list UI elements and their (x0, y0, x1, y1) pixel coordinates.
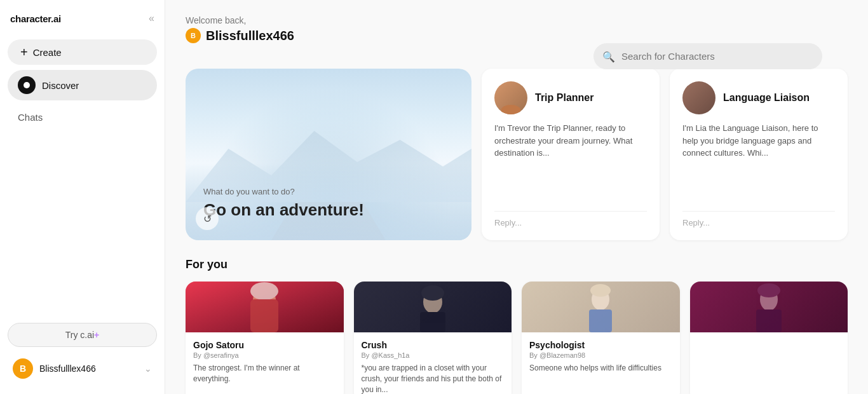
sidebar: character.ai « + Create Discover Chats T… (0, 0, 165, 394)
trip-planner-name: Trip Planner (535, 92, 593, 104)
chats-link[interactable]: Chats (8, 105, 157, 129)
svg-point-7 (590, 284, 611, 297)
sidebar-header: character.ai « (8, 10, 157, 27)
search-bar: 🔍 (593, 43, 822, 69)
svg-rect-2 (250, 299, 278, 332)
welcome-header: Welcome back, B Blissfulllex466 (186, 15, 294, 43)
chevron-down-icon[interactable]: ⌄ (144, 363, 152, 374)
plus-icon: + (20, 46, 28, 58)
create-button[interactable]: + Create (8, 39, 157, 65)
gojo-by: By @serafinya (193, 351, 336, 359)
search-input[interactable] (593, 43, 822, 69)
svg-rect-11 (756, 309, 782, 332)
language-liaison-card[interactable]: Language Liaison I'm Lia the Language Li… (670, 69, 848, 240)
psychologist-card-body: Psychologist By @Blazeman98 Someone who … (522, 332, 680, 394)
discover-dot-inner (24, 82, 30, 88)
crush-by: By @Kass_h1a (362, 351, 505, 359)
language-liaison-desc: I'm Lia the Language Liaison, here to he… (682, 122, 835, 203)
username-text: Blissfulllex466 (39, 363, 138, 374)
refresh-button[interactable]: ↺ (196, 207, 219, 230)
search-icon: 🔍 (602, 50, 615, 62)
top-section: Welcome back, B Blissfulllex466 🔍 (186, 15, 848, 56)
char-card-header: Trip Planner (494, 81, 647, 114)
featured-subtitle: What do you want to do? (203, 187, 454, 196)
welcome-avatar: B (186, 28, 201, 43)
gojo-name: Gojo Satoru (193, 340, 336, 350)
featured-section: What do you want to do? Go on an adventu… (186, 69, 848, 240)
char-card-header-2: Language Liaison (682, 81, 835, 114)
try-plus-button[interactable]: Try c.ai+ (8, 323, 157, 347)
crush-image (354, 282, 512, 332)
welcome-username: Blissfulllex466 (206, 29, 294, 43)
crush-card-body: Crush By @Kass_h1a *you are trapped in a… (354, 332, 512, 394)
for-you-grid: Gojo Satoru By @serafinya The strongest.… (186, 282, 848, 394)
psychologist-by: By @Blazeman98 (529, 351, 672, 359)
crush-desc: *you are trapped in a closet with your c… (362, 363, 505, 394)
language-liaison-reply[interactable]: Reply... (682, 211, 835, 228)
for-you-section: For you Gojo Satoru By @serafinya The st… (186, 258, 848, 394)
svg-point-10 (757, 283, 780, 297)
gojo-image (186, 282, 344, 332)
user-section[interactable]: B Blissfulllex466 ⌄ (8, 353, 157, 384)
trip-planner-desc: I'm Trevor the Trip Planner, ready to or… (494, 122, 647, 203)
for-you-title: For you (186, 258, 848, 271)
fy-card-crush[interactable]: Crush By @Kass_h1a *you are trapped in a… (354, 282, 512, 394)
user-avatar: B (13, 358, 33, 379)
svg-rect-8 (589, 309, 612, 332)
svg-point-4 (421, 285, 444, 301)
sidebar-bottom: Try c.ai+ B Blissfulllex466 ⌄ (8, 323, 157, 384)
create-label: Create (33, 47, 62, 58)
gojo-card-body: Gojo Satoru By @serafinya The strongest.… (186, 332, 344, 394)
search-container: 🔍 (593, 43, 822, 69)
main-content: Welcome back, B Blissfulllex466 🔍 What d… (165, 0, 868, 394)
fy-card-extra[interactable] (690, 282, 848, 394)
welcome-user-row: B Blissfulllex466 (186, 28, 294, 43)
trip-planner-card[interactable]: Trip Planner I'm Trevor the Trip Planner… (482, 69, 660, 240)
psychologist-name: Psychologist (529, 340, 672, 350)
discover-label: Discover (42, 80, 79, 91)
logo: character.ai (10, 13, 61, 24)
welcome-text: Welcome back, (186, 15, 294, 25)
try-label: Try c.ai (65, 330, 94, 340)
gojo-desc: The strongest. I'm the winner at everyth… (193, 363, 336, 384)
crush-name: Crush (362, 340, 505, 350)
fy-card-psychologist[interactable]: Psychologist By @Blazeman98 Someone who … (522, 282, 680, 394)
lia-avatar (682, 81, 715, 114)
featured-title: Go on an adventure! (203, 200, 454, 220)
svg-rect-5 (420, 312, 445, 332)
discover-button[interactable]: Discover (8, 70, 157, 100)
extra-card-body (690, 332, 848, 394)
discover-dot (18, 76, 36, 94)
chats-label: Chats (18, 112, 43, 123)
psychologist-image (522, 282, 680, 332)
extra-image (690, 282, 848, 332)
trip-planner-reply[interactable]: Reply... (494, 211, 647, 228)
featured-adventure-card[interactable]: What do you want to do? Go on an adventu… (186, 69, 471, 240)
psychologist-desc: Someone who helps with life difficulties (529, 363, 672, 374)
trevor-avatar (494, 81, 527, 114)
svg-point-1 (250, 282, 278, 300)
fy-card-gojo[interactable]: Gojo Satoru By @serafinya The strongest.… (186, 282, 344, 394)
plus-label: + (94, 330, 99, 340)
collapse-icon[interactable]: « (149, 13, 154, 24)
language-liaison-name: Language Liaison (723, 92, 810, 104)
